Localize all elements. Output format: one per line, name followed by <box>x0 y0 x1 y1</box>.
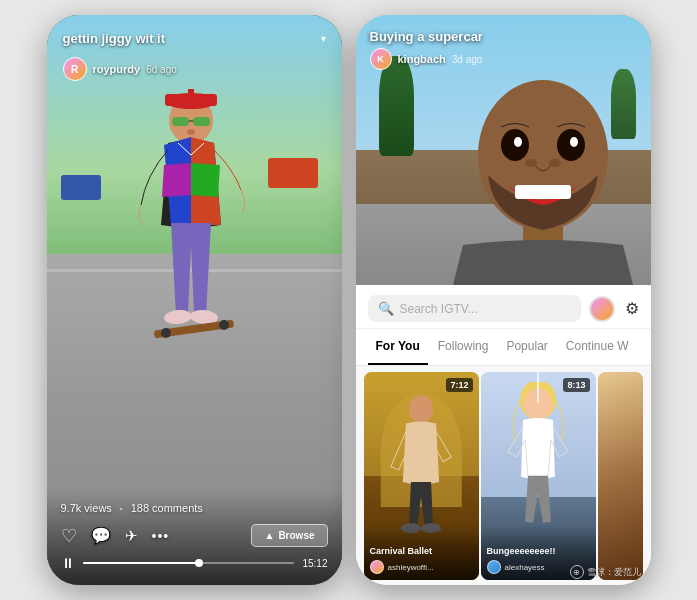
browse-button[interactable]: ▲ Browse <box>251 524 327 547</box>
thumb-avatar-2 <box>487 560 501 574</box>
thumbnails-grid: 7:12 Carnival Ballet ashleywoffi... <box>356 366 651 585</box>
svg-point-21 <box>549 159 561 167</box>
comments-count: 188 comments <box>131 502 203 514</box>
search-placeholder-text: Search IGTV... <box>400 302 478 316</box>
watermark-icon: ⊕ <box>570 565 584 579</box>
thumbnail-bungee[interactable]: 8:13 Bungeeeeeeee!! alexhayess <box>481 372 596 580</box>
left-user-info: R roypurdy 6d ago <box>63 57 177 81</box>
search-row: 🔍 Search IGTV... ⚙ <box>368 295 639 322</box>
stat-separator: • <box>120 504 123 513</box>
left-phone: gettin jiggy wit it ▾ R roypurdy 6d ago … <box>47 15 342 585</box>
search-section: 🔍 Search IGTV... ⚙ <box>356 285 651 329</box>
thumb-avatar-1 <box>370 560 384 574</box>
svg-point-20 <box>525 159 537 167</box>
right-username[interactable]: kingbach <box>398 53 446 65</box>
right-avatar[interactable]: K <box>370 48 392 70</box>
search-icon: 🔍 <box>378 301 394 316</box>
svg-point-11 <box>161 328 171 338</box>
svg-point-12 <box>219 320 229 330</box>
right-phone-header: Buying a supercar K kingbach 3d ago <box>370 29 637 70</box>
svg-point-8 <box>163 309 192 325</box>
svg-point-18 <box>514 137 522 147</box>
watermark-text: 雪球：爱范儿 <box>587 566 641 579</box>
progress-track[interactable] <box>83 562 295 564</box>
tab-popular[interactable]: Popular <box>498 329 555 365</box>
pause-button[interactable]: ⏸ <box>61 555 75 571</box>
thumb-user-row-1: ashleywoffi... <box>370 560 473 574</box>
left-bottom-overlay: 9.7k views • 188 comments ♡ 💬 ✈ ••• ▲ Br… <box>47 490 342 585</box>
heart-icon[interactable]: ♡ <box>61 525 77 547</box>
tab-continue[interactable]: Continue W <box>558 329 637 365</box>
progress-dot <box>195 559 203 567</box>
thumb-bottom-1: Carnival Ballet ashleywoffi... <box>364 526 479 580</box>
search-right-icons: ⚙ <box>589 296 639 322</box>
profile-icon[interactable] <box>589 296 615 322</box>
svg-rect-3 <box>188 89 194 101</box>
right-phone: Buying a supercar K kingbach 3d ago 🔍 Se… <box>356 15 651 585</box>
left-username[interactable]: roypurdy <box>93 63 141 75</box>
bungee-rope <box>537 372 539 403</box>
tree-bg <box>379 56 414 156</box>
left-avatar[interactable]: R <box>63 57 87 81</box>
svg-point-19 <box>570 137 578 147</box>
action-icons: ♡ 💬 ✈ ••• <box>61 525 170 547</box>
thumb-username-2: alexhayess <box>505 563 545 572</box>
right-time-ago: 3d ago <box>452 54 483 65</box>
thumb-title-1: Carnival Ballet <box>370 546 473 557</box>
stats-row: 9.7k views • 188 comments <box>61 502 328 514</box>
right-top-video: Buying a supercar K kingbach 3d ago <box>356 15 651 285</box>
browse-arrow-icon: ▲ <box>264 530 274 541</box>
settings-icon[interactable]: ⚙ <box>625 299 639 318</box>
left-time-ago: 6d ago <box>146 64 177 75</box>
bg-car <box>61 175 101 200</box>
progress-fill <box>83 562 200 564</box>
svg-rect-5 <box>193 117 210 126</box>
tabs-row: For You Following Popular Continue W <box>356 329 651 366</box>
dropdown-icon[interactable]: ▾ <box>321 33 326 44</box>
search-bar[interactable]: 🔍 Search IGTV... <box>368 295 581 322</box>
right-person-figure <box>443 45 643 285</box>
thumb-duration-1: 7:12 <box>446 378 472 392</box>
watermark: ⊕ 雪球：爱范儿 <box>570 565 641 579</box>
browse-label: Browse <box>278 530 314 541</box>
progress-bar-container: ⏸ 15:12 <box>61 555 328 571</box>
thumbnail-carnival[interactable]: 7:12 Carnival Ballet ashleywoffi... <box>364 372 479 580</box>
bungee-person-svg <box>501 382 576 532</box>
bottom-controls: ♡ 💬 ✈ ••• ▲ Browse <box>61 524 328 547</box>
tab-for-you[interactable]: For You <box>368 329 428 365</box>
video-duration: 15:12 <box>302 558 327 569</box>
right-video-title: Buying a supercar <box>370 29 637 44</box>
svg-point-7 <box>187 129 195 135</box>
partial-bg <box>598 372 643 580</box>
more-icon[interactable]: ••• <box>152 528 170 544</box>
right-user-info: K kingbach 3d ago <box>370 48 637 70</box>
tab-following[interactable]: Following <box>430 329 497 365</box>
thumbnail-partial[interactable] <box>598 372 643 580</box>
carnival-person-svg <box>381 389 462 535</box>
svg-rect-4 <box>172 117 189 126</box>
svg-rect-15 <box>515 185 571 199</box>
share-icon[interactable]: ✈ <box>125 527 138 545</box>
skater-figure <box>116 85 266 465</box>
left-video-background: gettin jiggy wit it ▾ R roypurdy 6d ago … <box>47 15 342 585</box>
left-phone-header: gettin jiggy wit it ▾ <box>63 31 326 46</box>
thumb-duration-2: 8:13 <box>563 378 589 392</box>
svg-point-22 <box>409 395 433 423</box>
thumb-title-2: Bungeeeeeeee!! <box>487 546 590 557</box>
comment-icon[interactable]: 💬 <box>91 526 111 545</box>
thumb-username-1: ashleywoffi... <box>388 563 434 572</box>
phones-container: gettin jiggy wit it ▾ R roypurdy 6d ago … <box>37 5 661 595</box>
views-count: 9.7k views <box>61 502 112 514</box>
left-video-title: gettin jiggy wit it <box>63 31 313 46</box>
bg-car-2 <box>268 158 318 188</box>
